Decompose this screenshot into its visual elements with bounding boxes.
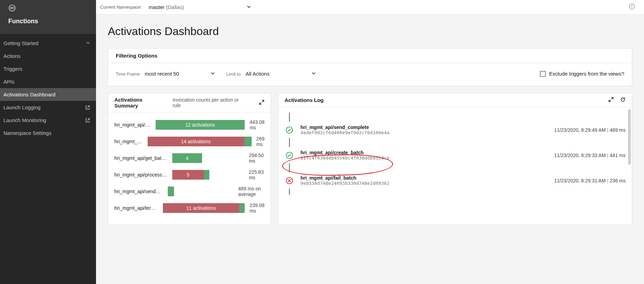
log-status-icon	[282, 177, 296, 184]
filter-heading: Filtering Options	[108, 49, 632, 63]
namespace-value: master	[149, 4, 165, 10]
filter-panel: Filtering Options Time Frame most recent…	[108, 48, 632, 86]
log-entry-name: hri_mgmt_api/fail_batch	[301, 175, 550, 181]
sidebar-item-actions[interactable]: Actions	[0, 50, 96, 62]
sidebar-item-label: APIs	[3, 79, 15, 85]
summary-row[interactable]: hri_mgmt_api/send_complete489 ms on aver…	[111, 183, 268, 200]
sidebar-item-launch-monitoring[interactable]: Launch Monitoring	[0, 114, 96, 127]
sidebar-item-label: Launch Logging	[3, 104, 41, 110]
summary-row[interactable]: hri_mgmt_api/terminate_ba…11 activations…	[111, 200, 268, 216]
external-link-icon	[85, 118, 90, 123]
summary-row-bar: 14 activations	[148, 137, 252, 146]
sidebar-item-launch-logging[interactable]: Launch Logging	[0, 101, 96, 114]
log-title: Activations Log	[285, 97, 324, 103]
summary-row-name: hri_mgmt_api/send_complete	[114, 189, 163, 194]
external-link-icon	[85, 105, 90, 110]
log-entry[interactable]: hri_mgmt_api/fail_batch9eb330d748e24093b…	[281, 174, 629, 187]
refresh-icon[interactable]	[620, 97, 626, 103]
chevron-down-icon	[246, 4, 251, 10]
log-status-icon	[282, 126, 296, 134]
summary-row-bar: 5	[172, 170, 244, 180]
summary-row-name: hri_mgmt_api/create_batch	[114, 122, 151, 128]
namespace-selector[interactable]: master (Dallas)	[149, 4, 251, 10]
log-entry-id: 4edef9d2cf6d400e9ef9d2cf6d100e4a	[301, 130, 550, 135]
log-entry-name: hri_mgmt_api/create_batch	[301, 150, 550, 155]
log-entry-meta: 11/23/2020, 8:29:31 AM|236 ms	[554, 178, 626, 183]
log-connector	[281, 137, 629, 148]
topbar: Current Namespace: master (Dallas)	[96, 0, 644, 15]
summary-row[interactable]: hri_mgmt_api/create_batch12 activations4…	[111, 117, 268, 133]
summary-row-avg: 239.08 ms	[250, 203, 264, 214]
activations-summary-panel: Activations Summary Invocation counts pe…	[108, 93, 271, 225]
summary-row-avg: 269 ms	[256, 136, 264, 147]
summary-row-avg: 443.08 ms	[250, 119, 264, 130]
summary-row[interactable]: hri_mgmt_api/processing_c…5225.83 ms	[111, 166, 268, 183]
log-entry[interactable]: hri_mgmt_api/create_batch21fc4f038ddb455…	[281, 148, 629, 162]
summary-row-bar	[168, 187, 233, 196]
exclude-triggers-checkbox[interactable]: Exclude triggers from the views?	[540, 71, 624, 77]
log-entry-meta: 11/23/2020, 8:29:49 AM|489 ms	[554, 127, 626, 133]
log-connector	[281, 162, 629, 174]
exclude-triggers-label: Exclude triggers from the views?	[549, 71, 624, 77]
summary-row-bar: 4	[172, 153, 244, 163]
sidebar-item-label: Triggers	[3, 66, 22, 72]
sidebar-item-apis[interactable]: APIs	[0, 75, 96, 88]
functions-logo-icon	[8, 4, 88, 13]
page-title: Activations Dashboard	[108, 25, 632, 38]
sidebar-item-activations-dashboard[interactable]: Activations Dashboard	[0, 88, 96, 101]
summary-row-avg: 225.83 ms	[249, 169, 264, 180]
sidebar-item-getting-started[interactable]: Getting Started	[0, 37, 96, 50]
sidebar-item-label: Actions	[3, 53, 20, 59]
content: Activations Dashboard Filtering Options …	[96, 15, 644, 284]
log-entry-id: 9eb330d748e24093b330d748e2d09362	[301, 181, 550, 186]
sidebar-item-label: Activations Dashboard	[3, 92, 55, 97]
summary-title: Activations Summary	[114, 97, 166, 109]
summary-row[interactable]: hri_mgmt_api/fail_batch14 activations269…	[111, 133, 268, 150]
timeframe-value: most recent 50	[145, 71, 179, 77]
summary-row-name: hri_mgmt_api/fail_batch	[114, 139, 143, 144]
timeframe-dropdown[interactable]: most recent 50	[144, 69, 216, 78]
limit-value: All Actions	[245, 71, 269, 77]
main-area: Current Namespace: master (Dallas) Activ…	[96, 0, 644, 284]
summary-row[interactable]: hri_mgmt_api/get_batch_by…4294.50 ms	[111, 150, 268, 166]
log-status-icon	[282, 152, 296, 159]
log-connector	[281, 111, 629, 123]
sidebar-item-label: Launch Monitoring	[3, 117, 46, 123]
namespace-label: Current Namespace:	[100, 5, 142, 10]
summary-row-avg: 294.50 ms	[249, 153, 264, 164]
summary-row-name: hri_mgmt_api/terminate_ba…	[114, 205, 158, 211]
svg-point-2	[632, 5, 632, 6]
sidebar-item-namespace-settings[interactable]: Namespace Settings	[0, 127, 96, 139]
chevron-down-icon	[86, 40, 90, 46]
sidebar-item-label: Getting Started	[3, 40, 38, 46]
summary-row-bar: 11 activations	[163, 203, 245, 213]
sidebar-header: Functions	[0, 0, 96, 34]
sidebar-item-label: Namespace Settings	[3, 130, 51, 136]
log-entry-name: hri_mgmt_api/send_complete	[301, 124, 550, 130]
summary-row-avg: 489 ms on average	[238, 186, 264, 197]
limit-label: Limit to	[226, 71, 241, 77]
namespace-region: (Dallas)	[166, 4, 184, 10]
checkbox-box	[540, 71, 546, 77]
log-connector	[281, 187, 629, 196]
log-entry-meta: 11/23/2020, 8:29:33 AM|441 ms	[554, 153, 626, 158]
sidebar: Functions Getting StartedActionsTriggers…	[0, 0, 96, 284]
chevron-down-icon	[311, 71, 316, 77]
activations-log-panel: Activations Log hri_mgmt_api/send_comple…	[278, 93, 632, 225]
scrollbar[interactable]	[628, 109, 631, 165]
summary-row-bar: 12 activations	[156, 120, 245, 130]
limit-dropdown[interactable]: All Actions	[245, 69, 316, 78]
sidebar-item-triggers[interactable]: Triggers	[0, 62, 96, 75]
summary-subtitle: Invocation counts per action or rule	[173, 97, 246, 108]
log-entry[interactable]: hri_mgmt_api/send_complete4edef9d2cf6d40…	[281, 123, 629, 137]
info-icon[interactable]	[629, 3, 635, 11]
timeframe-label: Time Frame	[116, 71, 140, 77]
log-entry-id: 21fc4f038ddb4554bc4f038ddbb554ce	[301, 155, 550, 161]
summary-row-name: hri_mgmt_api/processing_c…	[114, 172, 167, 178]
chevron-down-icon	[210, 71, 215, 77]
expand-icon[interactable]	[259, 100, 264, 106]
sidebar-app-title: Functions	[8, 18, 88, 25]
summary-row-name: hri_mgmt_api/get_batch_by…	[114, 155, 167, 161]
expand-icon[interactable]	[608, 97, 614, 103]
